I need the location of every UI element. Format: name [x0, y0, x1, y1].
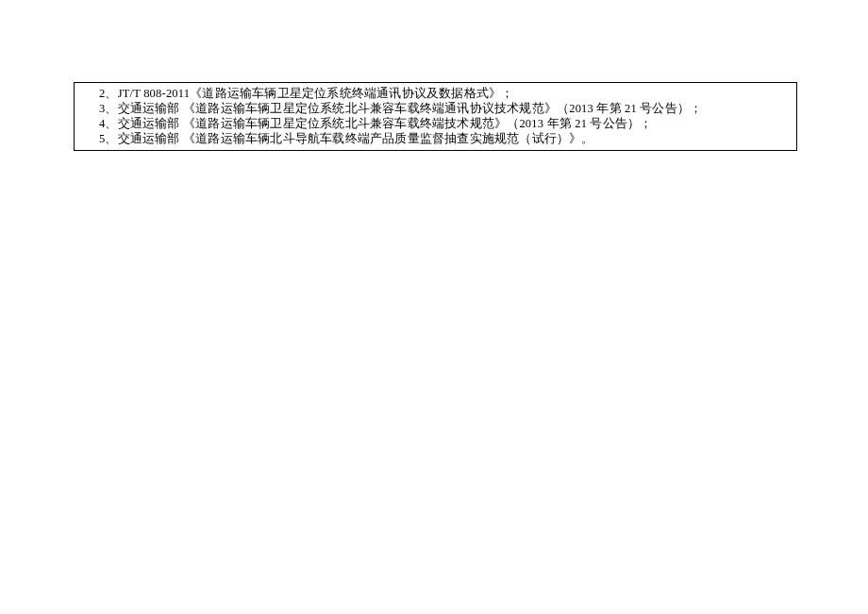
- item-text: 交通运输部 《道路运输车辆卫星定位系统北斗兼容车载终端技术规范》（2013 年第…: [118, 117, 653, 130]
- document-content-box: 2、JT/T 808-2011《道路运输车辆卫星定位系统终端通讯协议及数据格式》…: [74, 82, 797, 151]
- list-item: 4、交通运输部 《道路运输车辆卫星定位系统北斗兼容车载终端技术规范》（2013 …: [82, 116, 789, 131]
- list-item: 5、交通运输部 《道路运输车辆北斗导航车载终端产品质量监督抽查实施规范（试行）》…: [82, 131, 789, 146]
- item-text: 交通运输部 《道路运输车辆北斗导航车载终端产品质量监督抽查实施规范（试行）》。: [118, 132, 594, 145]
- item-number: 5、: [99, 132, 118, 145]
- item-text: JT/T 808-2011《道路运输车辆卫星定位系统终端通讯协议及数据格式》；: [118, 87, 514, 100]
- list-item: 2、JT/T 808-2011《道路运输车辆卫星定位系统终端通讯协议及数据格式》…: [82, 86, 789, 101]
- item-text: 交通运输部 《道路运输车辆卫星定位系统北斗兼容车载终端通讯协议技术规范》（201…: [118, 102, 703, 115]
- item-number: 4、: [99, 117, 118, 130]
- item-number: 3、: [99, 102, 118, 115]
- list-item: 3、交通运输部 《道路运输车辆卫星定位系统北斗兼容车载终端通讯协议技术规范》（2…: [82, 101, 789, 116]
- item-number: 2、: [99, 87, 118, 100]
